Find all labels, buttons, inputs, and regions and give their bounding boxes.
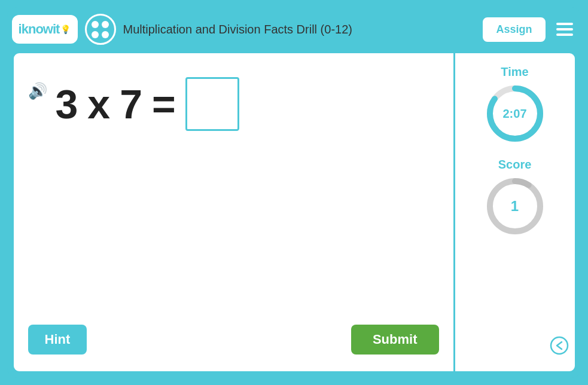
equals-sign: = — [152, 81, 176, 127]
score-value: 1 — [511, 198, 519, 215]
stats-panel: Time 2:07 Score 1 — [455, 53, 575, 371]
back-button[interactable] — [550, 336, 569, 359]
svg-point-4 — [551, 337, 568, 354]
dot-4 — [102, 31, 109, 38]
hint-button[interactable]: Hint — [28, 325, 87, 355]
hamburger-line-2 — [556, 28, 573, 30]
time-value: 2:07 — [502, 107, 526, 121]
app-frame: iknowit 💡 Multiplication and Division Fa… — [7, 7, 581, 378]
logo: iknowit 💡 — [12, 15, 78, 44]
hamburger-line-3 — [556, 33, 573, 36]
hamburger-line-1 — [556, 23, 573, 25]
sound-icon[interactable]: 🔊 — [28, 82, 47, 100]
assign-button[interactable]: Assign — [483, 17, 545, 42]
answer-input-box[interactable] — [185, 77, 239, 131]
bulb-icon: 💡 — [60, 25, 71, 34]
score-label: Score — [498, 158, 532, 172]
app-icon — [85, 14, 116, 45]
menu-button[interactable] — [553, 19, 577, 39]
submit-button[interactable]: Submit — [351, 325, 439, 355]
multiply-operator: x — [87, 81, 110, 127]
dot-1 — [92, 21, 99, 28]
operand1: 3 — [56, 81, 78, 127]
math-expression: 3 x 7 = — [56, 77, 239, 131]
main-content: 🔊 3 x 7 = Hint Submit Time — [12, 51, 577, 373]
time-section: Time 2:07 — [485, 65, 545, 143]
bottom-buttons: Hint Submit — [28, 325, 439, 359]
time-ring: 2:07 — [485, 84, 545, 143]
dot-2 — [102, 21, 109, 28]
operand2: 7 — [120, 81, 142, 127]
question-panel: 🔊 3 x 7 = Hint Submit — [14, 53, 453, 371]
page-title: Multiplication and Division Facts Drill … — [123, 23, 476, 36]
dots-grid-icon — [92, 21, 109, 38]
time-label: Time — [501, 65, 528, 79]
dot-3 — [92, 31, 99, 38]
logo-text: iknowit — [19, 22, 60, 37]
question-area: 🔊 3 x 7 = — [28, 65, 439, 325]
score-section: Score 1 — [485, 158, 545, 236]
header: iknowit 💡 Multiplication and Division Fa… — [12, 12, 577, 47]
score-ring: 1 — [485, 176, 545, 236]
